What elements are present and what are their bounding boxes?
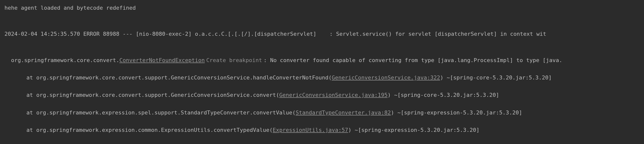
console-log-line: 2024-02-04 14:25:35.570 ERROR 88988 --- … xyxy=(4,30,640,38)
source-link[interactable]: GenericConversionService.java:322 xyxy=(332,74,440,81)
stacktrace-text: at org.springframework.expression.spel.s… xyxy=(26,109,296,116)
source-link[interactable]: StandardTypeConverter.java:82 xyxy=(296,109,391,116)
source-link[interactable]: GenericConversionService.java:195 xyxy=(279,92,388,98)
stacktrace-text: at org.springframework.core.convert.supp… xyxy=(26,74,332,81)
stacktrace-line: at org.springframework.expression.spel.s… xyxy=(4,100,640,117)
blank-line xyxy=(4,21,640,30)
blank-line xyxy=(4,12,640,21)
create-breakpoint-link[interactable]: Create breakpoint xyxy=(206,57,262,63)
stacktrace-line: at org.springframework.core.convert.supp… xyxy=(4,65,640,82)
stacktrace-line: at org.springframework.expression.common… xyxy=(4,117,640,134)
stacktrace-line: at org.springframework.expression.spel.s… xyxy=(4,134,640,144)
stacktrace-suffix: ) ~[spring-expression-5.3.20.jar:5.3.20] xyxy=(391,109,522,116)
exception-message: : No converter found capable of converti… xyxy=(264,57,562,63)
exception-line: org.springframework.core.convert.Convert… xyxy=(4,47,640,64)
stacktrace-suffix: ) ~[spring-core-5.3.20.jar:5.3.20] xyxy=(440,74,552,81)
stacktrace-line: at org.springframework.core.convert.supp… xyxy=(4,82,640,99)
stacktrace-text: at org.springframework.core.convert.supp… xyxy=(26,92,279,98)
stacktrace-suffix: ) ~[spring-core-5.3.20.jar:5.3.20] xyxy=(388,92,499,98)
stacktrace-suffix: ) ~[spring-expression-5.3.20.jar:5.3.20] xyxy=(348,127,480,133)
console-output-line: hehe agent loaded and bytecode redefined xyxy=(4,4,640,12)
source-link[interactable]: ExpressionUtils.java:57 xyxy=(273,127,348,133)
exception-class-link[interactable]: ConverterNotFoundException xyxy=(120,57,205,63)
stacktrace-text: at org.springframework.expression.common… xyxy=(26,127,273,133)
exception-package: org.springframework.core.convert. xyxy=(11,57,120,63)
blank-line xyxy=(4,38,640,47)
